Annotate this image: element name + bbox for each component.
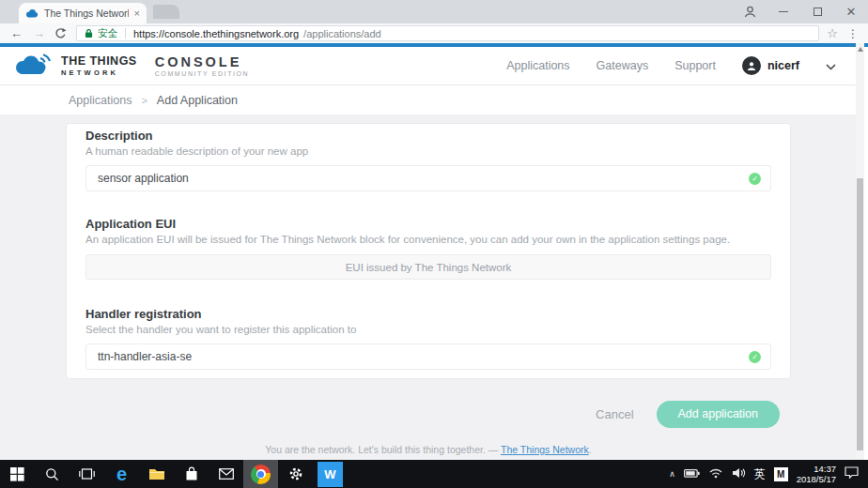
volume-icon[interactable] <box>732 465 746 482</box>
bookmark-star-icon[interactable]: ☆ <box>827 26 838 40</box>
page-scrollbar[interactable] <box>856 43 864 460</box>
desktop-screen: The Things Network C × ✕ ← → 安全 https://… <box>0 0 868 488</box>
pinned-blue-app-icon[interactable]: W <box>313 460 348 488</box>
forward-button[interactable]: → <box>33 26 45 40</box>
microsoft-store-icon[interactable] <box>174 460 209 488</box>
windows-taskbar: e W ∧ <box>0 460 868 488</box>
ime-mode-badge[interactable]: M <box>774 467 788 481</box>
site-nav: Applications Gateways Support nicerf <box>506 56 836 75</box>
product-name: CONSOLE <box>155 54 250 69</box>
nav-applications[interactable]: Applications <box>506 59 569 72</box>
edge-icon[interactable]: e <box>104 460 139 488</box>
chevron-down-icon[interactable] <box>826 57 836 74</box>
avatar <box>742 56 761 75</box>
wifi-icon[interactable] <box>708 465 723 482</box>
breadcrumb-separator: > <box>141 95 147 106</box>
footer-suffix: . <box>589 444 592 455</box>
application-eui-section: Application EUI An application EUI will … <box>85 217 771 280</box>
scrollbar-up-arrow-icon[interactable] <box>858 47 863 52</box>
scrollbar-thumb[interactable] <box>857 178 863 450</box>
breadcrumb: Applications > Add Application <box>0 85 857 114</box>
new-tab-button[interactable] <box>153 5 179 19</box>
footer-text: You are the network. Let's build this th… <box>265 444 498 455</box>
valid-check-icon: ✓ <box>749 173 761 185</box>
battery-icon[interactable] <box>684 465 700 482</box>
footer-link[interactable]: The Things Network <box>501 444 589 455</box>
add-application-button[interactable]: Add application <box>657 401 780 428</box>
clock-date: 2018/5/17 <box>797 474 836 484</box>
application-eui-subtitle: An application EUI will be issued for Th… <box>85 234 771 245</box>
site-footer: You are the network. Let's build this th… <box>0 444 857 455</box>
form-actions: Cancel Add application <box>596 401 780 428</box>
description-section: Description A human readable description… <box>85 129 771 191</box>
valid-check-icon: ✓ <box>749 351 761 363</box>
brand-line2: NETWORK <box>61 69 137 77</box>
add-application-form-card: Description A human readable description… <box>66 123 791 379</box>
task-view-icon[interactable] <box>70 460 104 488</box>
favicon-cloud-icon <box>25 5 39 22</box>
address-bar[interactable]: 安全 https://console.thethingsnetwork.org … <box>76 25 819 41</box>
file-explorer-icon[interactable] <box>139 460 174 488</box>
site-header: THE THINGS NETWORK CONSOLE COMMUNITY EDI… <box>0 47 857 85</box>
browser-menu-icon[interactable]: ⋮ <box>847 27 859 40</box>
system-tray: ∧ 英 M 14:37 2018/5/17 <box>669 460 868 488</box>
application-eui-title: Application EUI <box>85 217 771 231</box>
url-path[interactable]: /applications/add <box>303 28 381 39</box>
close-button[interactable]: ✕ <box>834 0 868 23</box>
security-label[interactable]: 安全 <box>98 27 117 40</box>
start-button[interactable] <box>0 460 35 488</box>
browser-profile-icon[interactable] <box>733 0 767 23</box>
clock-time: 14:37 <box>797 464 836 474</box>
browser-tab[interactable]: The Things Network C × <box>19 3 147 23</box>
cancel-button[interactable]: Cancel <box>596 407 633 421</box>
page-content: Description A human readable description… <box>0 114 857 460</box>
mail-icon[interactable] <box>209 460 243 488</box>
handler-value: ttn-handler-asia-se <box>98 350 192 363</box>
breadcrumb-current: Add Application <box>157 94 238 107</box>
console-wordmark: CONSOLE COMMUNITY EDITION <box>155 54 250 77</box>
action-center-icon[interactable] <box>845 465 859 482</box>
taskbar-clock[interactable]: 14:37 2018/5/17 <box>797 464 836 484</box>
product-edition: COMMUNITY EDITION <box>155 70 250 77</box>
application-eui-box: EUI issued by The Things Network <box>85 254 771 280</box>
ttn-logo[interactable]: THE THINGS NETWORK CONSOLE COMMUNITY EDI… <box>11 51 249 81</box>
ime-language-indicator[interactable]: 英 <box>754 466 766 482</box>
url-host[interactable]: https://console.thethingsnetwork.org <box>133 28 299 39</box>
description-input[interactable]: sensor application ✓ <box>85 165 771 191</box>
application-eui-value: EUI issued by The Things Network <box>346 262 512 273</box>
breadcrumb-applications[interactable]: Applications <box>69 94 132 107</box>
minimize-button[interactable] <box>767 0 800 23</box>
chrome-icon[interactable] <box>243 460 278 488</box>
reload-button[interactable] <box>54 27 67 39</box>
handler-section: Handler registration Select the handler … <box>85 307 771 370</box>
secure-lock-icon <box>85 25 93 42</box>
handler-title: Handler registration <box>85 307 771 321</box>
description-title: Description <box>85 129 771 143</box>
description-subtitle: A human readable description of your new… <box>85 145 771 157</box>
settings-gear-icon[interactable] <box>278 460 313 488</box>
brand-wordmark: THE THINGS NETWORK <box>61 54 137 77</box>
browser-toolbar: ← → 安全 https://console.thethingsnetwork.… <box>0 23 868 43</box>
search-icon[interactable] <box>35 460 70 488</box>
browser-tabstrip: The Things Network C × ✕ <box>0 0 868 23</box>
user-name: nicerf <box>767 59 799 72</box>
nav-support[interactable]: Support <box>674 59 716 72</box>
description-value: sensor application <box>98 172 189 185</box>
handler-select[interactable]: ttn-handler-asia-se ✓ <box>85 343 771 370</box>
taskbar-apps: e W <box>0 460 348 488</box>
ttn-cloud-icon <box>11 51 54 81</box>
restore-button[interactable] <box>800 0 834 23</box>
nav-gateways[interactable]: Gateways <box>597 59 649 72</box>
tab-close-icon[interactable]: × <box>134 8 140 19</box>
window-controls: ✕ <box>733 0 868 23</box>
user-menu[interactable]: nicerf <box>742 56 799 75</box>
back-button[interactable]: ← <box>10 26 23 40</box>
brand-line1: THE THINGS <box>61 54 137 68</box>
tab-title: The Things Network C <box>44 8 129 19</box>
omnibox-divider <box>125 28 126 38</box>
handler-subtitle: Select the handler you want to register … <box>85 324 771 335</box>
tray-expand-icon[interactable]: ∧ <box>669 469 675 479</box>
